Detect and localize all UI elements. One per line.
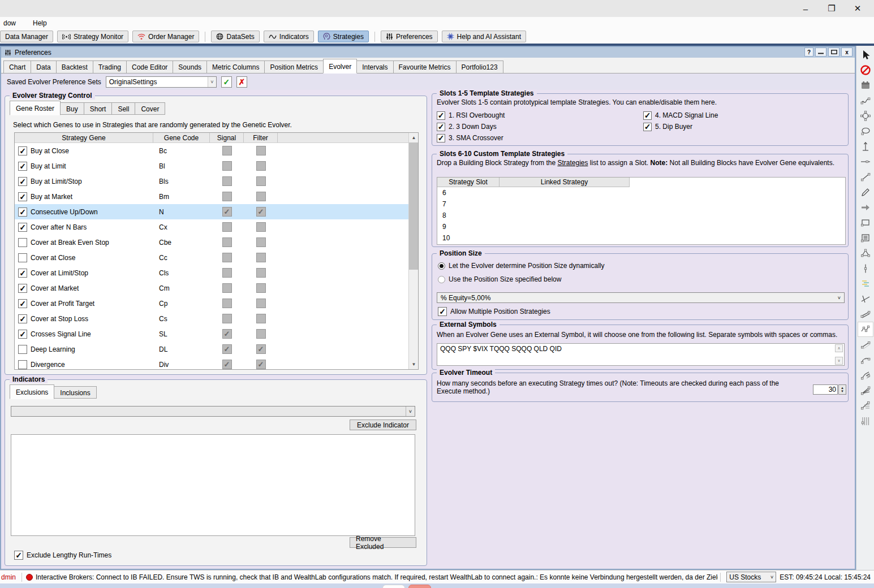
dynamic-size-radio[interactable] (438, 262, 445, 270)
gene-tab-cover[interactable]: Cover (135, 102, 165, 115)
restore-icon[interactable]: ❐ (819, 0, 845, 17)
gene-enabled-checkbox[interactable]: ✓ (18, 299, 27, 308)
help-button[interactable]: ? (804, 47, 813, 57)
toolbar-button-indicators[interactable]: Indicators (264, 31, 314, 42)
external-symbols-input[interactable]: QQQ SPY $VIX TQQQ SQQQ QLD QID ∧ ∨ (437, 343, 845, 366)
slots-table[interactable]: Strategy SlotLinked Strategy 678910 (437, 177, 846, 245)
slot-checkbox[interactable]: ✓ (437, 134, 445, 142)
symbols-scrollbar[interactable]: ∧ ∨ (835, 344, 843, 365)
tab-portfolio123[interactable]: Portfolio123 (456, 60, 503, 73)
indicators-tab-inclusions[interactable]: Inclusions (54, 386, 96, 399)
toolbar-button-order-manager[interactable]: Order Manager (132, 31, 199, 42)
table-row[interactable]: 8 (437, 210, 845, 221)
toast-button-red[interactable] (408, 585, 431, 588)
scroll-up-icon[interactable]: ▲ (409, 133, 419, 142)
ellipse-icon[interactable] (858, 123, 873, 139)
table-row[interactable]: 10 (437, 232, 845, 244)
gene-enabled-checkbox[interactable]: ✓ (18, 223, 27, 232)
scrollbar-thumb[interactable] (409, 142, 419, 270)
vertical-extension-icon[interactable] (858, 139, 873, 154)
menu-item-dow[interactable]: dow (1, 18, 18, 28)
table-row[interactable]: ✓Buy at Limit/StopBls (15, 174, 418, 189)
table-row[interactable]: ✓Cover at Profit TargetCp (15, 296, 418, 311)
quote-bars-icon[interactable] (858, 276, 873, 291)
gene-enabled-checkbox[interactable] (18, 238, 27, 247)
table-row[interactable]: 9 (437, 221, 845, 232)
toolbar-button-preferences[interactable]: Preferences (381, 31, 438, 42)
gene-tab-buy[interactable]: Buy (60, 102, 84, 115)
slot-checkbox[interactable]: ✓ (643, 111, 652, 120)
tab-backtest[interactable]: Backtest (56, 60, 93, 73)
tab-trading[interactable]: Trading (93, 60, 127, 73)
table-row[interactable]: ✓Crosses Signal LineSL✓ (15, 326, 418, 341)
slot-checkbox[interactable]: ✓ (643, 123, 652, 131)
table-row[interactable]: Cover at CloseCc (15, 250, 418, 265)
gene-enabled-checkbox[interactable]: ✓ (18, 162, 27, 171)
column-header-strategy-gene[interactable]: Strategy Gene (15, 133, 153, 142)
gene-enabled-checkbox[interactable]: ✓ (18, 269, 27, 278)
chevron-down-icon[interactable]: ˅ (838, 295, 841, 301)
tab-data[interactable]: Data (31, 60, 56, 73)
gene-enabled-checkbox[interactable]: ✓ (18, 146, 27, 155)
column-header-strategy-slot[interactable]: Strategy Slot (437, 178, 500, 187)
gene-table-scrollbar[interactable]: ▲ ▼ (408, 133, 418, 369)
tab-code-editor[interactable]: Code Editor (126, 60, 173, 73)
horizontal-line-icon[interactable] (858, 154, 873, 169)
toolbar-button-data-manager[interactable]: Data Manager (0, 31, 53, 42)
pencil-icon[interactable] (858, 184, 873, 200)
apply-set-button[interactable]: ✓ (221, 76, 232, 88)
close-window-icon[interactable]: x (841, 47, 853, 57)
gene-enabled-checkbox[interactable] (18, 253, 27, 262)
spin-down-icon[interactable]: ▼ (841, 390, 844, 393)
table-row[interactable]: DivergenceDiv✓✓ (15, 357, 418, 370)
column-header-filter[interactable]: Filter (244, 133, 278, 142)
slot-checkbox[interactable]: ✓ (437, 111, 445, 120)
column-header-gene-code[interactable]: Gene Code (153, 133, 210, 142)
indicator-combobox[interactable]: ˅ (11, 406, 415, 417)
close-icon[interactable]: ✕ (845, 0, 871, 17)
pointer-icon[interactable] (858, 47, 873, 62)
scroll-down-icon[interactable]: ▼ (409, 360, 419, 369)
gene-enabled-checkbox[interactable]: ✓ (18, 314, 27, 323)
slot-checkbox[interactable]: ✓ (437, 123, 445, 131)
vertical-handle-icon[interactable] (858, 261, 873, 276)
gene-enabled-checkbox[interactable] (18, 360, 27, 369)
gene-enabled-checkbox[interactable]: ✓ (18, 330, 27, 339)
toast-button-light[interactable] (382, 585, 405, 588)
saved-sets-combobox[interactable]: OriginalSettings ˅ (106, 76, 217, 88)
tab-position-metrics[interactable]: Position Metrics (264, 60, 324, 73)
chevron-down-icon[interactable]: ˅ (406, 407, 415, 416)
toolbar-button-datasets[interactable]: DataSets (211, 31, 259, 42)
rectangle-icon[interactable] (858, 215, 873, 230)
tab-intervals[interactable]: Intervals (356, 60, 393, 73)
remove-excluded-button[interactable]: Remove Excluded (350, 537, 416, 548)
allow-multiple-checkbox[interactable]: ✓ (438, 307, 447, 316)
timeout-input[interactable]: 30 (813, 384, 838, 395)
notebook-icon[interactable] (858, 77, 873, 93)
gene-tab-short[interactable]: Short (84, 102, 113, 115)
gene-enabled-checkbox[interactable]: ✓ (18, 207, 27, 217)
gene-enabled-checkbox[interactable]: ✓ (18, 192, 27, 201)
table-row[interactable]: ✓Buy at LimitBl (15, 158, 418, 174)
table-row[interactable]: ✓Buy at MarketBm (15, 189, 418, 204)
tab-favourite-metrics[interactable]: Favourite Metrics (393, 60, 457, 73)
tab-evolver[interactable]: Evolver (323, 59, 357, 74)
freehand-icon[interactable] (858, 93, 873, 108)
triangle-icon[interactable] (858, 245, 873, 261)
scroll-up-icon[interactable]: ∧ (835, 344, 843, 352)
delete-set-button[interactable]: ✗ (236, 76, 247, 88)
toolbar-button-strategies[interactable]: Strategies (318, 31, 369, 42)
table-row[interactable]: 7 (437, 198, 845, 210)
no-entry-icon[interactable] (858, 62, 873, 77)
parallel-channel-icon[interactable] (858, 306, 873, 322)
table-row[interactable]: 6 (437, 187, 845, 198)
tab-chart[interactable]: Chart (3, 60, 31, 73)
tab-metric-columns[interactable]: Metric Columns (206, 60, 265, 73)
column-header-signal[interactable]: Signal (210, 133, 244, 142)
table-row[interactable]: ✓Cover after N BarsCx (15, 219, 418, 235)
node-circle-icon[interactable] (858, 108, 873, 123)
menu-item-help[interactable]: Help (31, 18, 49, 28)
segment-icon[interactable] (858, 169, 873, 184)
table-row[interactable]: Cover at Break Even StopCbe (15, 235, 418, 250)
table-row[interactable]: ✓Consecutive Up/DownN✓✓ (15, 204, 418, 219)
